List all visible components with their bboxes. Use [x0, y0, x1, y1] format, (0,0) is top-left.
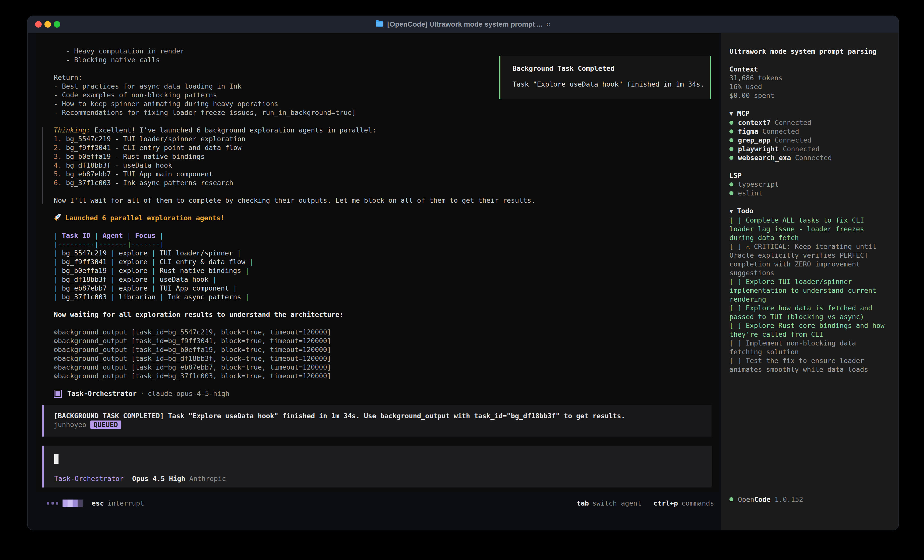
- tool-call: ⚙background_output[task_id=bg_eb87ebb7, …: [54, 363, 704, 371]
- table-header-row: |Task ID|Agent|Focus|: [54, 231, 704, 240]
- gear-icon: ⚙: [54, 372, 58, 380]
- app-version-footer: OpenCode 1.0.152: [729, 495, 803, 504]
- queued-meta-line: junhoyeoQUEUED: [54, 420, 712, 429]
- gear-icon: ⚙: [54, 337, 58, 345]
- status-dot-icon: [729, 129, 734, 133]
- zoom-window-button[interactable]: [54, 21, 60, 28]
- list-item: 5.bg_eb87ebb7 - TUI App main component: [54, 169, 704, 178]
- mcp-item: websearch_exa Connected: [729, 153, 890, 162]
- commands-hint: ctrl+p commands: [653, 499, 714, 507]
- chevron-down-icon: ▼: [729, 208, 733, 215]
- mcp-item: playwright Connected: [729, 145, 890, 153]
- context-spent: $0.00 spent: [729, 91, 890, 100]
- tool-call: ⚙background_output[task_id=bg_b0effa19, …: [54, 345, 704, 354]
- text-cursor: [54, 454, 58, 464]
- todo-section-header[interactable]: ▼Todo: [729, 207, 890, 216]
- minimize-window-button[interactable]: [45, 21, 51, 28]
- tool-call: ⚙background_output[task_id=bg_df18bb3f, …: [54, 354, 704, 363]
- list-item: 2.bg_f9ff3041 - CLI entry point and data…: [54, 143, 704, 152]
- close-window-button[interactable]: [35, 21, 42, 28]
- list-item: 1.bg_5547c219 - TUI loader/spinner explo…: [54, 135, 704, 143]
- mcp-section-header[interactable]: ▼MCP: [729, 109, 890, 118]
- agent-status-line: Task-Orchestrator · claude-opus-4-5-high: [54, 389, 704, 398]
- warning-icon: ⚠: [746, 243, 750, 250]
- composer-status-line: Task-OrchestratorOpus 4.5 HighAnthropic: [54, 474, 712, 483]
- tool-call: ⚙background_output[task_id=bg_5547c219, …: [54, 328, 704, 337]
- scrollback-line: - How to keep spinner animating during h…: [54, 99, 704, 108]
- agent-square-icon: [54, 390, 62, 398]
- thinking-intro: Thinking: Excellent! I've launched 6 bac…: [54, 126, 704, 135]
- thinking-intro-text: Excellent! I've launched 6 background ex…: [94, 126, 376, 134]
- list-item: 4.bg_df18bb3f - useData hook: [54, 161, 704, 169]
- chevron-down-icon: ▼: [729, 110, 733, 117]
- background-task-notification[interactable]: Background Task Completed Task "Explore …: [499, 56, 711, 99]
- status-dot-icon: [729, 183, 734, 186]
- gear-icon: ⚙: [54, 363, 58, 371]
- context-tokens: 31,686 tokens: [729, 73, 890, 82]
- composer-agent[interactable]: Task-Orchestrator: [54, 475, 123, 482]
- queued-user: junhoyeo: [54, 421, 86, 428]
- table-row: |bg_b0effa19|explore|Rust native binding…: [54, 266, 704, 275]
- context-used: 16% used: [729, 82, 890, 91]
- window-controls: [35, 16, 60, 33]
- session-title: Ultrawork mode system prompt parsing: [729, 47, 890, 56]
- composer-model[interactable]: Opus 4.5 High: [132, 475, 185, 482]
- todo-item: [ ] Explore how data is fetched and pass…: [729, 304, 890, 321]
- status-bar: esc interrupt tab switch agent ctrl+p co…: [36, 491, 719, 515]
- list-item: 3.bg_b0effa19 - Rust native bindings: [54, 152, 704, 161]
- list-item: 6.bg_37f1c003 - Ink async patterns resea…: [54, 178, 704, 187]
- table-separator-row: |---------|-------|-------|: [54, 240, 704, 249]
- table-row: |bg_5547c219|explore|TUI loader/spinner|: [54, 249, 704, 258]
- lsp-item: eslint: [729, 189, 890, 198]
- todo-item: [ ] Test the fix to ensure loader animat…: [729, 356, 890, 374]
- status-dot-icon: [729, 147, 734, 151]
- status-dot-icon: [729, 121, 734, 125]
- tool-call: ⚙background_output[task_id=bg_37f1c003, …: [54, 371, 704, 380]
- context-heading: Context: [729, 65, 890, 73]
- terminal-main[interactable]: - Heavy computation in render - Blocking…: [36, 33, 719, 492]
- lsp-heading: LSP: [729, 171, 890, 180]
- mcp-item: figma Connected: [729, 127, 890, 136]
- status-dot-icon: [729, 138, 734, 142]
- gear-icon: ⚙: [54, 355, 58, 362]
- todo-item: [ ] Complete ALL tasks to fix CLI loader…: [729, 216, 890, 242]
- todo-item: [ ] Implement non-blocking data fetching…: [729, 339, 890, 356]
- window-title-text: [OpenCode] Ultrawork mode system prompt …: [387, 20, 543, 28]
- titlebar: [OpenCode] Ultrawork mode system prompt …: [28, 16, 898, 33]
- progress-spinner: [47, 500, 82, 507]
- gear-icon: ⚙: [54, 346, 58, 353]
- launch-banner-text: Launched 6 parallel exploration agents!: [65, 214, 225, 222]
- scrollback-line: - Heavy computation in render: [54, 46, 704, 55]
- esc-hint: esc interrupt: [92, 499, 144, 507]
- app-window: [OpenCode] Ultrawork mode system prompt …: [28, 16, 898, 530]
- table-row: |bg_df18bb3f|explore|useData hook|: [54, 275, 704, 284]
- queued-message-text: [BACKGROUND TASK COMPLETED] Task "Explor…: [54, 412, 712, 420]
- mcp-item: context7 Connected: [729, 118, 890, 127]
- mcp-item: grep_app Connected: [729, 136, 890, 145]
- window-title: [OpenCode] Ultrawork mode system prompt …: [375, 16, 550, 33]
- queued-status-badge: QUEUED: [90, 421, 121, 429]
- todo-item: [ ] ⚠ CRITICAL: Keep iterating until Ora…: [729, 242, 890, 277]
- gear-icon: ⚙: [54, 328, 58, 336]
- tab-hint: tab switch agent: [577, 499, 642, 507]
- status-dot-icon: [729, 497, 734, 501]
- status-dot-icon: [729, 191, 734, 195]
- todo-item: [ ] Explore Rust core bindings and how t…: [729, 321, 890, 339]
- thinking-outro: Now I'll wait for all of them to complet…: [54, 196, 704, 205]
- scrollback-line: - Recommendations for fixing loader free…: [54, 108, 704, 117]
- todo-item: [ ] Explore TUI loader/spinner implement…: [729, 277, 890, 304]
- launch-banner: Launched 6 parallel exploration agents!: [54, 214, 704, 222]
- notification-title: Background Task Completed: [513, 64, 710, 73]
- prompt-input[interactable]: Task-OrchestratorOpus 4.5 HighAnthropic: [42, 446, 712, 488]
- queued-message-box: [BACKGROUND TASK COMPLETED] Task "Explor…: [42, 405, 712, 437]
- sidebar: Ultrawork mode system prompt parsing Con…: [721, 33, 898, 530]
- table-row: |bg_37f1c003|librarian|Ink async pattern…: [54, 292, 704, 301]
- folder-icon: [375, 20, 384, 29]
- composer-provider: Anthropic: [189, 475, 226, 482]
- rocket-icon: [54, 213, 61, 223]
- thinking-label: Thinking:: [54, 126, 90, 134]
- tool-call: ⚙background_output[task_id=bg_f9ff3041, …: [54, 337, 704, 345]
- lsp-item: typescript: [729, 180, 890, 189]
- architecture-heading: Now waiting for all exploration results …: [54, 310, 704, 319]
- status-dot-icon: [729, 156, 734, 160]
